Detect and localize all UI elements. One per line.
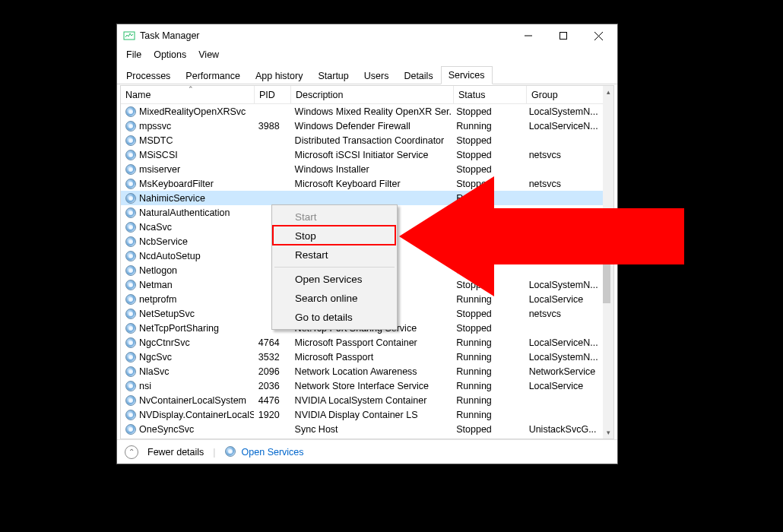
cell-group (525, 162, 603, 176)
tab-details[interactable]: Details (396, 67, 440, 84)
table-row[interactable]: MsKeyboardFilterMicrosoft Keyboard Filte… (121, 176, 603, 191)
table-row[interactable]: mpssvc3988Windows Defender FirewallRunni… (121, 119, 603, 133)
cell-group: UnistackSvcG... (525, 422, 603, 436)
cell-name: NvContainerLocalSystem (139, 395, 246, 406)
fewer-details-icon[interactable]: ⌃ (125, 445, 138, 459)
cell-group: netsvcs (525, 306, 603, 321)
cell-description: Microsoft Passport (290, 350, 452, 364)
menu-view[interactable]: View (192, 49, 225, 61)
vertical-scrollbar[interactable]: ▴ ▾ (603, 86, 613, 439)
table-row[interactable]: MSDTCDistributed Transaction Coordinator… (121, 133, 603, 147)
tab-processes[interactable]: Processes (119, 67, 178, 84)
scroll-up-button[interactable]: ▴ (603, 86, 613, 98)
cell-description: Sync Host (290, 422, 452, 436)
table-row[interactable]: NvContainerLocalSystem4476NVIDIA LocalSy… (121, 393, 603, 407)
close-button[interactable] (581, 24, 616, 47)
cell-group: netsvcs (525, 147, 603, 162)
cell-status: Running (452, 292, 524, 306)
table-row[interactable]: NahimicServiceR (121, 191, 603, 205)
cell-pid: 2096 (254, 364, 290, 378)
tab-performance[interactable]: Performance (178, 67, 248, 84)
menu-item-go-to-details[interactable]: Go to details (274, 308, 395, 327)
cell-name: MixedRealityOpenXRSvc (139, 106, 246, 117)
cell-name: OneSyncSvc (139, 424, 194, 435)
cell-name: msiserver (139, 164, 180, 175)
cell-pid: 4476 (254, 393, 290, 407)
maximize-button[interactable] (546, 24, 581, 47)
table-row[interactable]: MSiSCSIMicrosoft iSCSI Initiator Service… (121, 147, 603, 162)
cell-group: netsvcs (525, 176, 603, 191)
cell-description: Network Store Interface Service (290, 378, 452, 393)
cell-status: Stopped (452, 104, 524, 119)
cell-name: nsi (139, 381, 151, 391)
table-row[interactable]: NVDisplay.ContainerLocalS...1920NVIDIA D… (121, 407, 603, 422)
cell-group: LocalService (525, 292, 603, 306)
cell-name: netprofm (139, 294, 176, 305)
table-row[interactable]: NlaSvc2096Network Location AwarenessRunn… (121, 364, 603, 378)
cell-name: NetSetupSvc (139, 309, 195, 319)
cell-group (525, 393, 603, 407)
cell-name: NcdAutoSetup (139, 251, 201, 261)
tab-startup[interactable]: Startup (310, 67, 356, 84)
table-row[interactable]: MixedRealityOpenXRSvcWindows Mixed Reali… (121, 104, 603, 119)
cell-group: LocalSystemN... (525, 277, 603, 292)
cell-group: LocalService (525, 378, 603, 393)
tab-services[interactable]: Services (441, 66, 493, 84)
menu-options[interactable]: Options (147, 49, 192, 61)
cell-pid: 2036 (254, 378, 290, 393)
table-row[interactable]: NgcSvc3532Microsoft PassportRunningLocal… (121, 350, 603, 364)
menu-item-open-services[interactable]: Open Services (274, 270, 395, 289)
cell-status: Running (452, 378, 524, 393)
table-row[interactable]: OneSyncSvcSync HostStoppedUnistackSvcG..… (121, 422, 603, 436)
col-pid[interactable]: PID (255, 86, 291, 103)
tab-users[interactable]: Users (357, 67, 397, 84)
table-row[interactable]: NgcCtnrSvc4764Microsoft Passport Contain… (121, 335, 603, 350)
cell-status (452, 234, 524, 249)
cell-group (525, 220, 603, 234)
minimize-button[interactable] (511, 24, 546, 47)
cell-description: NVIDIA Display Container LS (290, 407, 452, 422)
menu-file[interactable]: File (120, 49, 147, 61)
cell-status: Running (452, 364, 524, 378)
cell-group: LocalSystemN... (525, 350, 603, 364)
cell-description: Microsoft iSCSI Initiator Service (290, 147, 452, 162)
svg-rect-2 (560, 33, 567, 40)
cell-status: Running (452, 407, 524, 422)
fewer-details-link[interactable]: Fewer details (147, 447, 204, 458)
col-status[interactable]: Status (454, 86, 527, 103)
cell-description: Windows Defender Firewall (290, 119, 452, 133)
cell-name: NgcSvc (139, 352, 172, 363)
cell-pid: 1920 (254, 407, 290, 422)
cell-name: MSDTC (139, 135, 173, 146)
table-row[interactable]: msiserverWindows InstallerStopped (121, 162, 603, 176)
cell-pid (254, 133, 290, 147)
cell-status: Running (452, 335, 524, 350)
cell-status: Stopped (452, 176, 524, 191)
column-headers: Name ⌃ PID Description Status Group (121, 86, 613, 104)
menu-item-search-online[interactable]: Search online (274, 289, 395, 308)
cell-name: Netman (139, 280, 173, 290)
open-services-link[interactable]: Open Services (242, 447, 304, 458)
footer: ⌃ Fewer details | Open Services (117, 439, 617, 464)
menu-item-stop[interactable]: Stop (274, 226, 395, 245)
scroll-down-button[interactable]: ▾ (603, 426, 613, 439)
menu-item-restart[interactable]: Restart (274, 245, 395, 264)
table-row[interactable]: nsi2036Network Store Interface ServiceRu… (121, 378, 603, 393)
cell-status: R (452, 191, 524, 205)
col-description[interactable]: Description (291, 86, 454, 103)
col-group[interactable]: Group (527, 86, 606, 103)
menu-item-start[interactable]: Start (274, 207, 395, 226)
titlebar[interactable]: Task Manager (117, 24, 617, 47)
tab-app-history[interactable]: App history (248, 67, 311, 84)
cell-name: NcbService (139, 236, 188, 247)
cell-description: Windows Installer (290, 162, 452, 176)
cell-status: Running (452, 350, 524, 364)
task-manager-icon (123, 30, 135, 42)
cell-status: Ru (452, 249, 524, 263)
cell-group: LocalSystemN... (525, 104, 603, 119)
window-title: Task Manager (140, 30, 200, 41)
scroll-thumb[interactable] (603, 235, 610, 303)
cell-pid: 3532 (254, 350, 290, 364)
cell-status: Stopped (452, 263, 524, 277)
cell-group (525, 191, 603, 205)
